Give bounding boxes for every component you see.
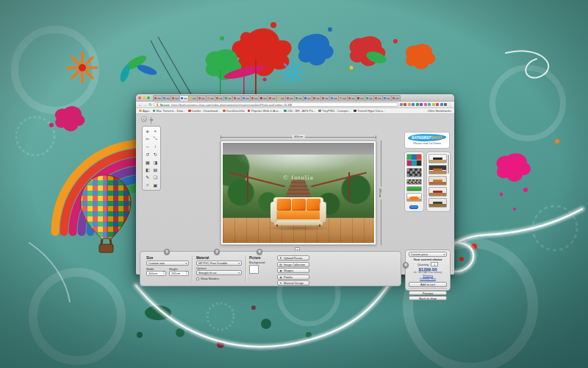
extension-icon[interactable] <box>408 103 411 106</box>
bookmark-favicon <box>284 110 287 113</box>
action-button[interactable]: ◉ Fotolia <box>277 275 309 280</box>
zoom-window-button[interactable] <box>147 96 150 99</box>
bookmark-item[interactable]: TinyPNG - Compre... <box>318 109 351 113</box>
height-stepper[interactable]: ▲▼ <box>185 272 187 275</box>
price-panel: 4 Current price▾ Your current choice Qua… <box>405 250 451 291</box>
room-scene-thumbnail[interactable] <box>429 198 447 208</box>
forward-icon[interactable]: → <box>143 103 147 107</box>
reload-icon[interactable]: ↻ <box>148 103 152 107</box>
add-to-cart-button[interactable]: Add to cart <box>409 282 447 287</box>
tool-button[interactable]: ▦ <box>144 159 151 166</box>
design-canvas[interactable]: © fotolia <box>220 141 376 245</box>
tool-button[interactable]: ⌖ <box>152 128 159 135</box>
collection-thumbnail[interactable] <box>406 193 422 202</box>
tool-button[interactable]: ↔ <box>144 144 151 150</box>
tab-title-text <box>334 98 337 99</box>
extension-icon[interactable] <box>432 103 435 106</box>
background-swatch[interactable] <box>249 265 259 274</box>
zoom-slider-handle[interactable] <box>150 119 153 121</box>
tool-button[interactable]: ↺ <box>144 151 151 158</box>
extension-icon[interactable] <box>436 103 439 106</box>
zoom-reset-button[interactable]: ⟲ <box>141 116 147 122</box>
tab-favicon <box>260 97 262 99</box>
bookmark-favicon <box>188 110 191 113</box>
extension-icon[interactable] <box>444 103 447 106</box>
room-scene-thumbnail[interactable] <box>429 165 447 174</box>
width-stepper[interactable]: ▲▼ <box>162 272 165 275</box>
shop-logo: BATHURSTSIGNS <box>408 134 446 141</box>
tab-favicon <box>392 97 395 99</box>
collection-thumbnail[interactable] <box>406 186 422 191</box>
collection-thumbnail[interactable] <box>406 154 422 166</box>
other-bookmarks[interactable]: Other Bookmarks <box>427 109 451 113</box>
extension-icon[interactable] <box>428 103 431 106</box>
chrome-menu-icon[interactable]: ⋮ <box>448 102 452 107</box>
bookmark-item[interactable]: Mac Torrents - Dow... <box>153 109 185 113</box>
extension-icon[interactable] <box>416 103 419 106</box>
preview-button[interactable]: Preview <box>409 291 447 295</box>
tool-button[interactable]: ◧ <box>144 166 151 173</box>
show-borders-checkbox[interactable] <box>196 277 199 280</box>
tool-button[interactable]: ◨ <box>152 159 159 166</box>
action-button[interactable]: ✦ Material Design <box>277 280 309 286</box>
room-scene-thumbnail[interactable] <box>429 154 447 163</box>
browser-tab[interactable] <box>391 95 401 101</box>
bookmark-item[interactable]: Tumult Hype Docu... <box>354 109 385 113</box>
extension-icon[interactable] <box>440 103 443 106</box>
bookmark-item[interactable]: Popular Web in Aus... <box>248 109 281 113</box>
tool-button[interactable]: ▣ <box>152 182 159 188</box>
extension-icon[interactable] <box>420 103 423 106</box>
width-input[interactable]: 400cm ▲▼ <box>146 271 166 276</box>
tool-button[interactable]: ▤ <box>152 166 159 173</box>
collection-more-button[interactable] <box>409 205 418 209</box>
collection-thumbnail[interactable] <box>406 179 422 185</box>
extension-icon[interactable] <box>424 103 427 106</box>
tool-button[interactable]: ❏ <box>152 174 159 180</box>
shop-logo-card[interactable]: BATHURSTSIGNS Please read 1st Demo <box>404 132 450 149</box>
action-button[interactable]: ◆ Shapes <box>277 268 309 273</box>
tab-title-text <box>175 98 179 99</box>
bookmark-item[interactable]: 24h - BH - AKS Pa... <box>284 109 315 113</box>
tool-button[interactable]: ⤡ <box>152 135 159 142</box>
wall-band <box>223 143 374 155</box>
tool-button[interactable]: ✛ <box>144 128 151 135</box>
options-dropdown[interactable]: Straight fit cut▾ <box>196 270 242 275</box>
room-scene-thumbnail[interactable] <box>429 187 447 197</box>
scenes-scrollbar[interactable] <box>448 155 449 174</box>
tool-button[interactable]: ↻ <box>152 151 159 158</box>
action-button[interactable]: ⬆ Upload Picture <box>277 255 309 261</box>
close-window-button[interactable] <box>138 96 141 99</box>
browser-toolbar: ← → ↻ 🔒 Secure https://bathurstsigns-sho… <box>136 102 454 108</box>
minimize-window-button[interactable] <box>143 96 146 99</box>
tab-strip <box>136 94 454 102</box>
extension-icon[interactable] <box>412 103 415 106</box>
back-to-shop-button[interactable]: Back to shop <box>409 296 447 300</box>
tool-button[interactable]: ✎ <box>144 174 151 180</box>
tool-button[interactable]: ↕ <box>152 144 159 150</box>
tab-favicon <box>313 97 315 99</box>
back-icon[interactable]: ← <box>138 103 142 107</box>
size-preset-dropdown[interactable]: Custom size▾ <box>146 261 189 266</box>
material-dropdown[interactable]: HP PVC Free Durable▾ <box>196 261 242 266</box>
extension-icon[interactable] <box>400 103 403 106</box>
tool-icon: ▣ <box>153 183 157 188</box>
extension-icons <box>400 103 448 106</box>
bookmark-item[interactable]: Apps <box>139 109 150 113</box>
price-mode-dropdown[interactable]: Current price▾ <box>409 252 447 257</box>
extension-icon[interactable] <box>404 103 406 106</box>
room-scene-thumbnail[interactable] <box>429 176 447 185</box>
address-bar[interactable]: 🔒 Secure https://bathurstsigns-shop.com/… <box>154 102 398 107</box>
window-controls <box>138 96 150 99</box>
tab-favicon <box>304 97 306 99</box>
tool-button[interactable]: ⌗ <box>144 182 151 188</box>
collection-thumbnail[interactable] <box>406 168 422 177</box>
tool-button[interactable]: ✂ <box>144 135 151 142</box>
action-button[interactable]: ▤ Image Collection <box>277 262 309 267</box>
bookmark-item[interactable]: DuckDuckGo <box>223 109 245 113</box>
height-input[interactable]: 265cm ▲▼ <box>169 271 189 276</box>
tab-favicon <box>384 97 386 99</box>
zoom-slider[interactable] <box>151 117 151 124</box>
quantity-input[interactable]: 1 <box>431 262 438 266</box>
delivery-time-link[interactable]: Delivery Time <box>408 277 448 280</box>
bookmark-item[interactable]: Istaller - Download... <box>188 109 220 113</box>
